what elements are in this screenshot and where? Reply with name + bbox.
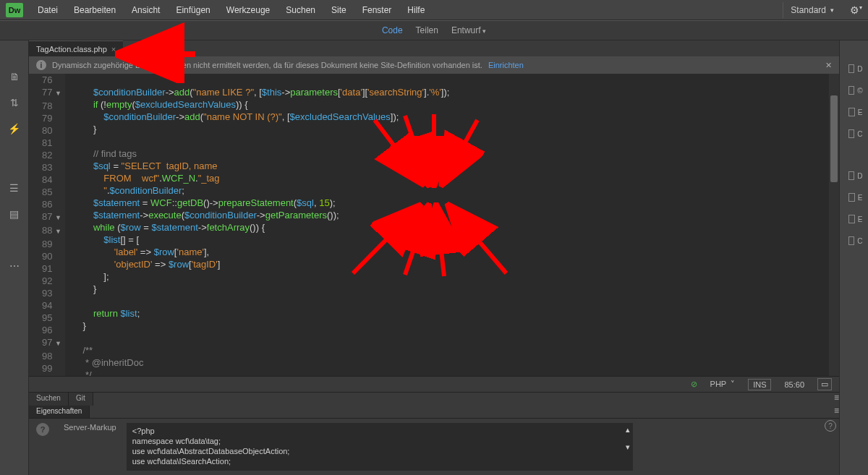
tab-properties[interactable]: Eigenschaften xyxy=(29,406,90,418)
code-content[interactable]: $conditionBuilder->add("name LIKE ?", [$… xyxy=(65,74,839,376)
status-mode[interactable]: INS xyxy=(748,379,771,390)
tab-close-icon[interactable]: × xyxy=(111,45,116,54)
scrollbar-thumb[interactable] xyxy=(830,95,838,182)
tab-bar: TagAction.class.php × xyxy=(29,40,839,56)
menu-window[interactable]: Fenster xyxy=(355,2,399,18)
bottom-tabs: Suchen Git ≡ xyxy=(29,393,839,406)
panel-icon-0[interactable]: D xyxy=(846,62,863,75)
info-bar: i Dynamisch zugehörige Dateien können ni… xyxy=(29,56,839,74)
comment-icon[interactable]: ☰ xyxy=(7,181,22,195)
menu-insert[interactable]: Einfügen xyxy=(169,2,217,18)
wand-icon[interactable]: ⚡ xyxy=(7,121,22,136)
menu-view[interactable]: Ansicht xyxy=(124,2,167,18)
view-design[interactable]: Entwurf xyxy=(451,25,486,35)
tab-git[interactable]: Git xyxy=(69,393,93,406)
menu-find[interactable]: Suchen xyxy=(278,2,323,18)
panel-icon-1[interactable]: © xyxy=(846,84,863,97)
menu-site[interactable]: Site xyxy=(324,2,354,18)
panel-icon-3[interactable]: C xyxy=(846,127,863,140)
info-link[interactable]: Einrichten xyxy=(488,61,524,69)
swap-icon[interactable]: ⇅ xyxy=(7,95,22,110)
status-lang[interactable]: PHP ˅ xyxy=(710,380,736,389)
status-preview-icon[interactable]: ▭ xyxy=(817,378,832,390)
code-editor[interactable]: 76 77 ▼78 79 80 81 82 83 84 85 86 87 ▼88… xyxy=(29,74,839,376)
panel-icon-4[interactable]: D xyxy=(846,169,863,182)
app-logo: Dw xyxy=(6,3,23,17)
help-icon[interactable]: ? xyxy=(36,423,49,436)
scroll-up-icon[interactable]: ▴ xyxy=(626,424,630,435)
view-toolbar: Code Teilen Entwurf xyxy=(0,20,868,40)
panel-icon-6[interactable]: E xyxy=(846,213,863,226)
workspace-switcher[interactable]: Standard▾ xyxy=(783,2,841,18)
bottom-panel: Suchen Git ≡ Eigenschaften ≡ ? Server-Ma… xyxy=(29,392,839,475)
info-text: Dynamisch zugehörige Dateien können nich… xyxy=(52,61,482,69)
file-icon[interactable]: 🗎 xyxy=(7,69,22,84)
panel-icon-7[interactable]: C xyxy=(846,234,863,247)
properties-content: ? Server-Markup <?php namespace wcf\data… xyxy=(29,419,839,475)
context-help-icon[interactable]: ? xyxy=(825,420,836,432)
menu-tools[interactable]: Werkzeuge xyxy=(219,2,277,18)
markup-code: <?php namespace wcf\data\tag; use wcf\da… xyxy=(127,423,633,471)
info-icon: i xyxy=(36,60,46,70)
tab-search[interactable]: Suchen xyxy=(29,393,69,406)
layers-icon[interactable]: ▤ xyxy=(7,207,22,221)
file-tab[interactable]: TagAction.class.php × xyxy=(29,40,123,56)
scroll-down-icon[interactable]: ▾ xyxy=(626,442,630,452)
view-split[interactable]: Teilen xyxy=(416,25,438,35)
status-ok-icon: ⊘ xyxy=(691,380,697,389)
main-menu: Datei Bearbeiten Ansicht Einfügen Werkze… xyxy=(30,2,432,18)
view-code[interactable]: Code xyxy=(382,25,403,35)
editor-container: TagAction.class.php × i Dynamisch zugehö… xyxy=(29,40,839,475)
right-toolbar: D©ECDEEC xyxy=(839,40,868,475)
panel-icon-2[interactable]: E xyxy=(846,106,863,119)
menu-edit[interactable]: Bearbeiten xyxy=(67,2,123,18)
more-icon[interactable]: ⋯ xyxy=(7,259,22,273)
menu-bar: Dw Datei Bearbeiten Ansicht Einfügen Wer… xyxy=(0,0,868,20)
tab-label: TagAction.class.php xyxy=(36,45,107,54)
left-toolbar: 🗎 ⇅ ⚡ ☰ ▤ ⋯ xyxy=(0,40,29,475)
menu-help[interactable]: Hilfe xyxy=(400,2,432,18)
panel-menu-icon-2[interactable]: ≡ xyxy=(834,406,839,418)
editor-scrollbar[interactable] xyxy=(829,74,839,376)
menu-file[interactable]: Datei xyxy=(30,2,65,18)
settings-icon[interactable]: ⚙▾ xyxy=(850,4,862,16)
info-close-icon[interactable]: ✕ xyxy=(825,61,832,70)
server-markup-label: Server-Markup xyxy=(64,423,116,471)
status-pos: 85:60 xyxy=(784,380,804,389)
gutter: 76 77 ▼78 79 80 81 82 83 84 85 86 87 ▼88… xyxy=(29,74,65,376)
status-bar: ⊘ PHP ˅ INS 85:60 ▭ xyxy=(29,376,839,392)
panel-menu-icon[interactable]: ≡ xyxy=(834,393,839,406)
panel-icon-5[interactable]: E xyxy=(846,191,863,204)
